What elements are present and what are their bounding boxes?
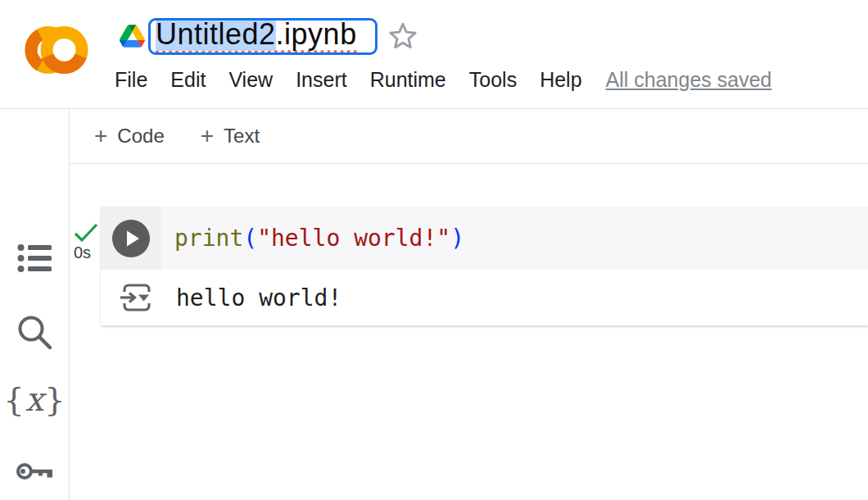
cell-output-icon	[119, 280, 155, 315]
notebook-title-text: Untitled2.ipynb	[156, 20, 357, 53]
plus-icon: +	[94, 125, 107, 148]
titlebar: Untitled2.ipynb	[120, 16, 419, 56]
left-sidebar: {x}	[0, 109, 70, 500]
menu-view[interactable]: View	[228, 68, 273, 92]
code-cell: print("hello world!") hello world!	[101, 207, 868, 325]
variables-icon: {x}	[3, 383, 65, 416]
title-extension-text: .ipynb	[276, 18, 357, 51]
search-icon	[16, 313, 53, 351]
add-text-button[interactable]: + Text	[201, 125, 260, 148]
code-token-string: "hello world!"	[257, 225, 450, 252]
menu-help[interactable]: Help	[540, 68, 581, 92]
code-editor-line[interactable]: print("hello world!")	[161, 207, 464, 270]
cell-code-area: print("hello world!")	[101, 207, 868, 270]
star-icon[interactable]	[387, 20, 419, 52]
cell-output-text: hello world!	[176, 284, 341, 311]
menubar: File Edit View Insert Runtime Tools Help…	[115, 68, 771, 92]
cell-toolbar: + Code + Text	[70, 109, 868, 164]
menu-edit[interactable]: Edit	[170, 68, 206, 92]
menu-insert[interactable]: Insert	[296, 68, 347, 92]
cell-output-area: hello world!	[101, 270, 868, 325]
code-token-function: print	[174, 225, 243, 252]
code-token-open-paren: (	[243, 225, 257, 252]
execution-success-check-icon	[73, 221, 99, 244]
add-text-label: Text	[224, 125, 260, 148]
plus-icon: +	[201, 125, 214, 148]
save-status-link[interactable]: All changes saved	[606, 68, 772, 92]
colab-logo-icon	[25, 25, 88, 75]
table-of-contents-icon	[17, 242, 52, 275]
notebook-title-input[interactable]: Untitled2.ipynb	[148, 18, 377, 55]
cell-gutter	[101, 207, 161, 270]
sidebar-item-variables[interactable]: {x}	[0, 383, 69, 416]
title-selected-text: Untitled2	[156, 18, 276, 51]
colab-app: Untitled2.ipynb File Edit View Insert Ru…	[0, 0, 868, 500]
sidebar-item-search[interactable]	[0, 313, 69, 351]
menu-runtime[interactable]: Runtime	[370, 68, 446, 92]
run-cell-button[interactable]	[112, 220, 150, 257]
execution-time: 0s	[74, 243, 91, 262]
add-code-label: Code	[117, 125, 164, 148]
menu-file[interactable]: File	[115, 68, 147, 92]
code-token-close-paren: )	[450, 225, 464, 252]
menu-tools[interactable]: Tools	[469, 68, 517, 92]
drive-icon[interactable]	[120, 25, 145, 48]
sidebar-item-secrets[interactable]	[0, 460, 69, 483]
add-code-button[interactable]: + Code	[94, 125, 165, 148]
header: Untitled2.ipynb File Edit View Insert Ru…	[0, 0, 868, 109]
sidebar-item-table-of-contents[interactable]	[0, 242, 69, 275]
key-icon	[16, 460, 53, 483]
